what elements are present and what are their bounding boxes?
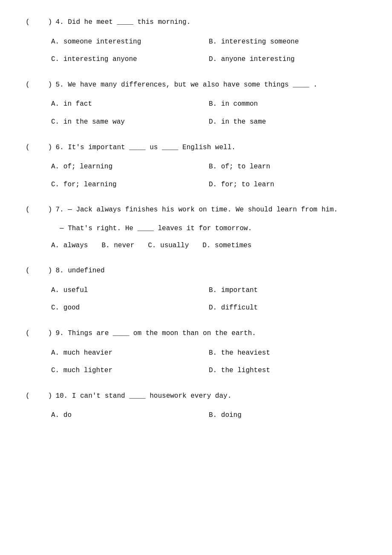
question-block-q10: ( ) 10. I can't stand ____ housework eve… [26, 391, 366, 422]
option-q4-c: C. interesting anyone [51, 53, 209, 66]
close-paren: ) [36, 80, 52, 91]
question-block-q7: ( ) 7. — Jack always finishes his work o… [26, 205, 366, 252]
open-paren: ( [26, 17, 34, 28]
open-paren: ( [26, 266, 34, 277]
option-q9-c: C. much lighter [51, 364, 209, 377]
question-text-q7-line1: 7. — Jack always finishes his work on ti… [55, 205, 366, 216]
option-q5-a: A. in fact [51, 98, 209, 111]
option-q9-d: D. the lightest [209, 364, 366, 377]
option-q8-b: B. important [209, 284, 366, 297]
option-q9-b: B. the heaviest [209, 347, 366, 360]
option-q8-a: A. useful [51, 284, 209, 297]
open-paren: ( [26, 80, 34, 91]
question-block-q8: ( ) 8. undefined A. usefulB. importantC.… [26, 266, 366, 315]
open-paren: ( [26, 142, 34, 153]
option-q5-c: C. in the same way [51, 116, 209, 129]
option-q4-b: B. interesting someone [209, 36, 366, 49]
question-subline-q7: — That's right. He ____ leaves it for to… [60, 223, 366, 234]
close-paren: ) [36, 391, 52, 402]
option-q6-b: B. of; to learn [209, 161, 366, 173]
question-text-q8: 8. undefined [55, 266, 366, 277]
option-q8-d: D. difficult [209, 302, 366, 315]
open-paren: ( [26, 328, 34, 339]
question-block-q4: ( ) 4. Did he meet ____ this morning. A.… [26, 17, 366, 66]
question-text-q6: 6. It's important ____ us ____ English w… [55, 142, 366, 153]
option-q6-a: A. of; learning [51, 161, 209, 173]
close-paren: ) [36, 266, 52, 277]
question-block-q5: ( ) 5. We have many differences, but we … [26, 80, 366, 129]
option-q7-a: A. always [51, 240, 88, 252]
option-q9-a: A. much heavier [51, 347, 209, 360]
question-block-q9: ( ) 9. Things are ____ om the moon than … [26, 328, 366, 377]
option-q10-a: A. do [51, 409, 209, 422]
question-text-q4: 4. Did he meet ____ this morning. [55, 17, 366, 28]
option-q4-d: D. anyone interesting [209, 53, 366, 66]
question-text-q5: 5. We have many differences, but we also… [55, 80, 366, 91]
close-paren: ) [36, 205, 52, 216]
open-paren: ( [26, 205, 34, 216]
question-text-q10: 10. I can't stand ____ housework every d… [55, 391, 366, 402]
close-paren: ) [36, 328, 52, 339]
option-q6-d: D. for; to learn [209, 179, 366, 191]
question-text-q9: 9. Things are ____ om the moon than on t… [55, 328, 366, 339]
close-paren: ) [36, 142, 52, 153]
option-q6-c: C. for; learning [51, 179, 209, 191]
option-q5-d: D. in the same [209, 116, 366, 129]
open-paren: ( [26, 391, 34, 402]
close-paren: ) [36, 17, 52, 28]
option-q4-a: A. someone interesting [51, 36, 209, 49]
option-q10-b: B. doing [209, 409, 366, 422]
option-q8-c: C. good [51, 302, 209, 315]
option-q7-d: D. sometimes [202, 240, 251, 252]
option-q5-b: B. in common [209, 98, 366, 111]
option-q7-b: B. never [101, 240, 134, 252]
question-block-q6: ( ) 6. It's important ____ us ____ Engli… [26, 142, 366, 191]
option-q7-c: C. usually [148, 240, 189, 252]
